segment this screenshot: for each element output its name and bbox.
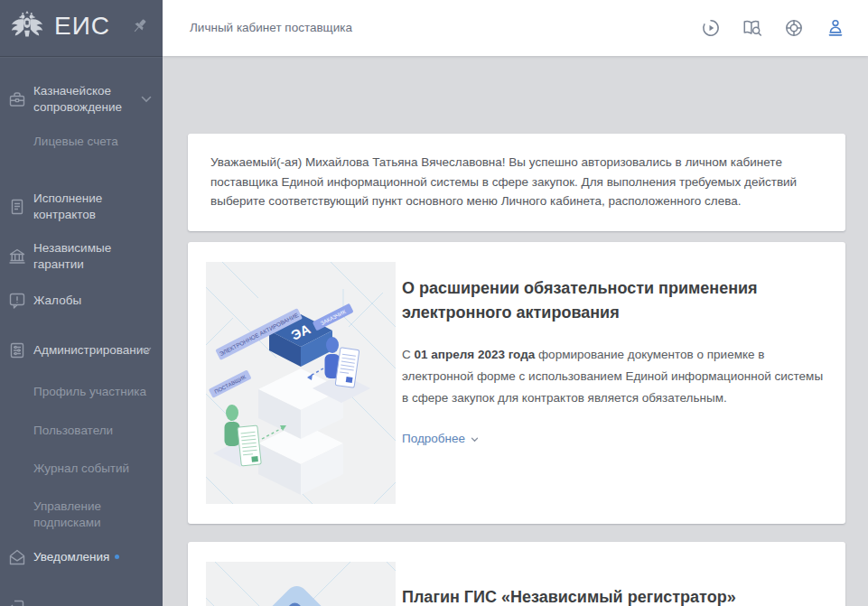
sidebar-item-users[interactable]: Пользователи [33, 423, 113, 439]
sidebar-item-complaints[interactable]: Жалобы [0, 291, 163, 311]
sidebar-item-personal-accounts[interactable]: Лицевые счета [33, 134, 118, 150]
sidebar-item-label: Жалобы [33, 293, 103, 309]
news-title[interactable]: О расширении обязательности применения э… [402, 276, 837, 325]
support-icon[interactable] [783, 17, 805, 39]
news-text-column: О расширении обязательности применения э… [402, 276, 837, 445]
sidebar-item-subscriptions[interactable]: Управление подписками [33, 499, 163, 531]
news-body-date: 01 апреля 2023 года [415, 348, 536, 361]
supplier-cabinet-page: ЕИС Казначейское сопровождение Лицевые с… [0, 0, 868, 606]
sidebar-item-label: Независимые гарантии [33, 240, 163, 273]
sidebar-item-label: Уведомления [33, 549, 141, 565]
exit-icon [7, 598, 27, 606]
topbar: Личный кабинет поставщика [163, 0, 868, 56]
sidebar-item-notifications[interactable]: Уведомления [0, 547, 163, 567]
app-logo-text: ЕИС [54, 12, 110, 41]
sidebar-item-participant-profile[interactable]: Профиль участника [33, 384, 146, 400]
more-link[interactable]: Подробнее [402, 432, 479, 445]
sidebar-item-event-journal[interactable]: Журнал событий [33, 461, 129, 477]
video-help-icon[interactable] [700, 17, 722, 39]
complaint-bubble-icon [7, 291, 27, 311]
sidebar: ЕИС Казначейское сопровождение Лицевые с… [0, 0, 163, 606]
main-content: Уважаемый(-ая) Михайлова Татьяна Вячесла… [163, 56, 868, 606]
sidebar-item-administration[interactable]: Администрирование [0, 340, 163, 360]
independent-registrar-illustration [206, 562, 396, 606]
admin-list-icon [7, 340, 27, 360]
welcome-card: Уважаемый(-ая) Михайлова Татьяна Вячесла… [188, 134, 845, 231]
pin-sidebar-icon[interactable] [130, 16, 150, 36]
sidebar-item-contract-execution[interactable]: Исполнение контрактов [0, 191, 163, 223]
notification-dot-badge [115, 555, 119, 559]
welcome-message: Уважаемый(-ая) Михайлова Татьяна Вячесла… [210, 153, 823, 211]
sidebar-item-independent-guarantees[interactable]: Независимые гарантии [0, 240, 163, 273]
topbar-icon-group [700, 0, 846, 56]
page-title: Личный кабинет поставщика [190, 21, 352, 34]
briefcase-icon [7, 89, 27, 109]
sidebar-item-treasury-support[interactable]: Казначейское сопровождение [0, 83, 163, 116]
chevron-down-icon [471, 437, 479, 443]
chevron-down-icon[interactable] [141, 347, 152, 354]
electronic-acting-illustration: ЭА ЭЛЕКТРОННОЕ АКТИРОВАНИЕ ЗАКАЗЧИК [206, 262, 396, 504]
more-link-label: Подробнее [402, 432, 465, 445]
sidebar-item-label: Исполнение контрактов [33, 191, 163, 223]
profile-icon[interactable] [825, 17, 846, 39]
envelope-icon [7, 547, 27, 567]
sidebar-item-partial-bottom[interactable] [0, 598, 163, 606]
manual-search-icon[interactable] [742, 17, 763, 39]
bank-icon [7, 247, 27, 266]
news-body-prefix: С [402, 348, 415, 361]
news-text-column: Плагин ГИС «Независимый регистратор» [402, 585, 837, 606]
news-card-electronic-acting: ЭА ЭЛЕКТРОННОЕ АКТИРОВАНИЕ ЗАКАЗЧИК [188, 242, 845, 524]
document-icon [7, 197, 27, 217]
sidebar-header: ЕИС [0, 0, 163, 57]
news-card-independent-registrar: Плагин ГИС «Независимый регистратор» [188, 542, 845, 606]
russia-eagle-emblem-icon [8, 8, 46, 46]
news-title[interactable]: Плагин ГИС «Независимый регистратор» [402, 585, 837, 606]
chevron-down-icon[interactable] [141, 96, 152, 103]
news-body: С 01 апреля 2023 года формирование докум… [402, 344, 832, 409]
